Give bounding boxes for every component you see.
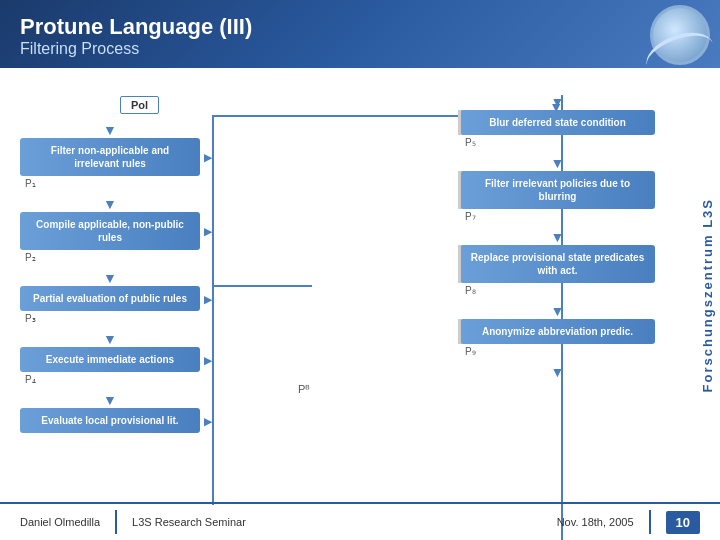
arrow-down-icon: ▼ xyxy=(20,271,200,285)
arrow-down-icon: ▼ xyxy=(20,197,200,211)
p7-label: P₇ xyxy=(465,211,655,222)
footer-page: 10 xyxy=(666,511,700,534)
top-connector-line xyxy=(212,115,477,117)
arrow-down-icon: ▼ xyxy=(460,365,655,379)
arrow-down-icon: ▼ xyxy=(460,156,655,170)
right-flow-box-2: Filter irrelevant policies due to blurri… xyxy=(460,171,655,209)
footer-divider xyxy=(115,510,117,534)
p8-label: P₈ xyxy=(465,285,655,296)
slide-title: Protune Language (III) xyxy=(20,14,700,40)
footer-event: L3S Research Seminar xyxy=(132,516,246,528)
right-flow-box-3: Replace provisional state predicates wit… xyxy=(460,245,655,283)
header: Protune Language (III) Filtering Process xyxy=(0,0,720,68)
vertical-line-left xyxy=(212,115,214,505)
horizontal-connector xyxy=(212,285,312,287)
left-flow-box-5: Evaluate local provisional lit. xyxy=(20,408,200,433)
p1-label: P₁ xyxy=(25,178,200,189)
slide-subtitle: Filtering Process xyxy=(20,40,700,58)
p3-label: P₃ xyxy=(25,313,200,324)
right-flow-box-4: Anonymize abbreviation predic. xyxy=(460,319,655,344)
pol-label: Pol xyxy=(120,96,159,114)
slide: Protune Language (III) Filtering Process… xyxy=(0,0,720,540)
pb-label: Pᴮ xyxy=(298,383,310,396)
footer-date: Nov. 18th, 2005 xyxy=(557,516,634,528)
right-column: ▼ Blur deferred state condition P₅ ▼ Fil… xyxy=(460,95,655,380)
arrow-down-icon: ▼ xyxy=(20,332,200,346)
arrow-down-icon: ▼ xyxy=(460,95,655,109)
left-flow-box-2: Compile applicable, non-public rules xyxy=(20,212,200,250)
flow-diagram: ▼ Pᴮ Pol ▼ Filter non-applicable and irr… xyxy=(10,85,710,495)
right-flow-box-1: Blur deferred state condition xyxy=(460,110,655,135)
footer-divider-2 xyxy=(649,510,651,534)
footer: Daniel Olmedilla L3S Research Seminar No… xyxy=(0,502,720,540)
footer-author: Daniel Olmedilla xyxy=(20,516,100,528)
arrow-down-icon: ▼ xyxy=(460,304,655,318)
p5-label: P₅ xyxy=(465,137,655,148)
left-column: Pol ▼ Filter non-applicable and irreleva… xyxy=(20,95,200,435)
p4-label: P₄ xyxy=(25,374,200,385)
content-area: ▼ Pᴮ Pol ▼ Filter non-applicable and irr… xyxy=(0,80,720,500)
arrow-down-icon: ▼ xyxy=(20,123,200,137)
left-flow-box-1: Filter non-applicable and irrelevant rul… xyxy=(20,138,200,176)
left-flow-box-3: Partial evaluation of public rules xyxy=(20,286,200,311)
logo-area xyxy=(630,5,710,70)
p2-label: P₂ xyxy=(25,252,200,263)
arrow-down-icon: ▼ xyxy=(460,230,655,244)
left-flow-box-4: Execute immediate actions xyxy=(20,347,200,372)
arrow-down-icon: ▼ xyxy=(20,393,200,407)
p9-label: P₉ xyxy=(465,346,655,357)
